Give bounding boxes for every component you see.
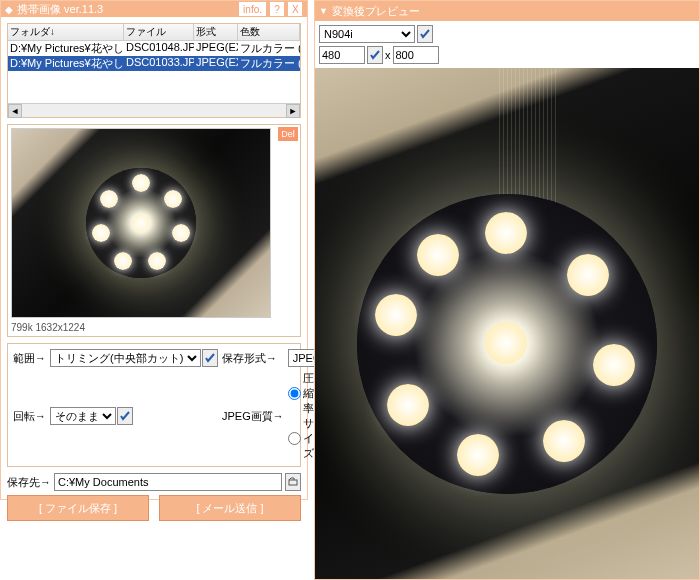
saveto-label: 保存先→ (7, 475, 51, 490)
info-button[interactable]: info. (238, 1, 267, 17)
app-title: 携帯画像 ver.11.3 (17, 2, 103, 17)
title-bar: ◆ 携帯画像 ver.11.3 info. ? X (1, 1, 307, 17)
browse-button[interactable] (285, 473, 301, 491)
range-label: 範囲→ (13, 351, 46, 366)
jpegq-label: JPEG画質→ (222, 409, 284, 424)
options-panel: 範囲→ トリミング(中央部カット) 保存形式→ JPEG 回転→ そのまま JP… (7, 343, 301, 467)
help-button[interactable]: ? (269, 1, 285, 17)
col-folder[interactable]: フォルダ↓ (8, 24, 124, 40)
col-file[interactable]: ファイル (124, 24, 194, 40)
file-save-button[interactable]: [ ファイル保存 ] (7, 495, 149, 521)
compression-radio[interactable] (288, 387, 301, 400)
close-button[interactable]: X (287, 1, 303, 17)
main-window: ◆ 携帯画像 ver.11.3 info. ? X フォルダ↓ ファイル 形式 … (0, 0, 308, 500)
rotate-apply-button[interactable] (117, 407, 133, 425)
file-list: フォルダ↓ ファイル 形式 色数 D:¥My Pictures¥花やしき・研修・… (7, 23, 301, 118)
filesize-radio[interactable] (288, 432, 301, 445)
height-input[interactable] (393, 46, 439, 64)
savepath-input[interactable] (54, 473, 282, 491)
source-dimensions: 799k 1632x1224 (11, 320, 297, 333)
mail-send-button[interactable]: [ メール送信 ] (159, 495, 301, 521)
range-select[interactable]: トリミング(中央部カット) (50, 349, 201, 367)
device-apply-button[interactable] (417, 25, 433, 43)
preview-title-bar: ▼ 変換後プレビュー (315, 1, 699, 21)
app-diamond-icon: ◆ (5, 4, 13, 15)
source-thumbnail (11, 128, 271, 318)
col-color[interactable]: 色数 (238, 24, 300, 40)
preview-title: 変換後プレビュー (332, 4, 420, 19)
width-input[interactable] (319, 46, 365, 64)
col-format[interactable]: 形式 (194, 24, 238, 40)
chandelier-ring (357, 194, 657, 494)
range-apply-button[interactable] (202, 349, 218, 367)
hscrollbar[interactable]: ◄ ► (8, 103, 300, 117)
svg-rect-0 (289, 480, 297, 485)
delete-button[interactable]: Del (278, 127, 298, 141)
saveformat-label: 保存形式→ (222, 351, 284, 366)
triangle-icon: ▼ (319, 6, 328, 16)
device-select[interactable]: N904i (319, 25, 415, 43)
file-list-header: フォルダ↓ ファイル 形式 色数 (8, 24, 300, 41)
preview-canvas (315, 68, 699, 579)
scroll-right-icon[interactable]: ► (286, 104, 300, 118)
scroll-left-icon[interactable]: ◄ (8, 104, 22, 118)
rotate-label: 回転→ (13, 409, 46, 424)
table-row[interactable]: D:¥My Pictures¥花やしき・研修・ DSC01033.JPG JPE… (8, 56, 300, 71)
rotate-select[interactable]: そのまま (50, 407, 116, 425)
source-preview: Del 799k 1632x1224 (7, 124, 301, 337)
width-apply-button[interactable] (367, 46, 383, 64)
preview-window: ▼ 変換後プレビュー N904i x (314, 0, 700, 580)
table-row[interactable]: D:¥My Pictures¥花やしき・研修・ DSC01048.JPG JPE… (8, 41, 300, 56)
